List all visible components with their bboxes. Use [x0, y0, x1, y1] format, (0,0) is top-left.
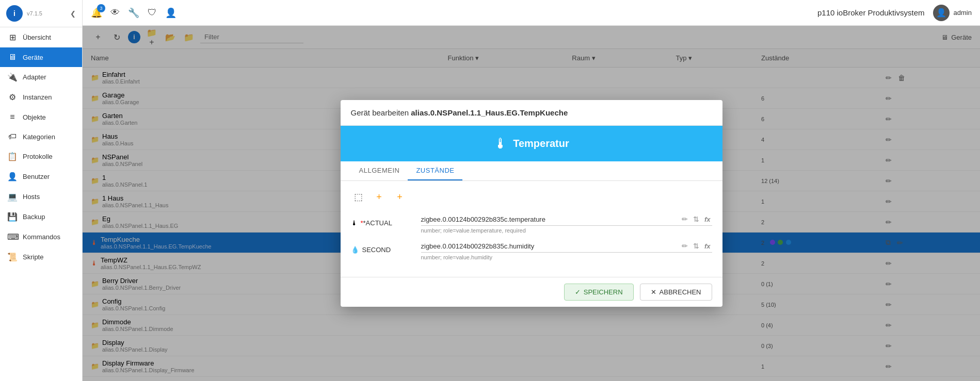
sidebar-label-benutzer: Benutzer	[23, 173, 50, 180]
backup-icon: 💾	[7, 212, 18, 222]
gear-icon: ⚙	[7, 92, 18, 102]
log-icon: 📋	[7, 152, 18, 161]
modal-body: ⬚ + + 🌡 **ACTUAL	[341, 181, 722, 277]
sidebar-logo: i	[6, 5, 23, 22]
state-row-actual: 🌡 **ACTUAL zigbee.0.00124b00292b835c.tem…	[351, 215, 712, 234]
sidebar-item-geraete[interactable]: 🖥 Geräte	[0, 47, 82, 67]
sidebar-item-kommandos[interactable]: ⌨ Kommandos	[0, 227, 82, 247]
monitor-icon: 🖥	[7, 53, 18, 62]
list-icon: ≡	[7, 112, 18, 122]
sidebar-label-objekte: Objekte	[23, 113, 46, 121]
sidebar-label-protokolle: Protokolle	[23, 153, 53, 160]
tag-icon: 🏷	[7, 132, 18, 141]
modal-category-label: Temperatur	[513, 138, 569, 150]
notification-badge: 3	[97, 4, 105, 12]
topbar: 🔔 3 👁 🔧 🛡 👤 p110 ioBroker Produktivsyste…	[83, 0, 980, 26]
sidebar-label-instanzen: Instanzen	[23, 93, 52, 101]
state-value-second: zigbee.0.00124b00292b835c.humidity	[421, 242, 678, 250]
sidebar-label-kommandos: Kommandos	[23, 233, 60, 241]
state-input-area-second: zigbee.0.00124b00292b835c.humidity ✏ ⇅ f…	[421, 242, 712, 260]
script-icon: 📜	[7, 252, 18, 262]
main-content: 🔔 3 👁 🔧 🛡 👤 p110 ioBroker Produktivsyste…	[83, 0, 980, 381]
cancel-label: ABBRECHEN	[660, 288, 701, 296]
settings-button[interactable]: 🔧	[128, 7, 139, 19]
tab-allgemein[interactable]: ALLGEMEIN	[351, 161, 408, 180]
state-row-second: 💧 SECOND zigbee.0.00124b00292b835c.humid…	[351, 242, 712, 260]
state-input-area-actual: zigbee.0.00124b00292b835c.temperature ✏ …	[421, 215, 712, 234]
notification-button[interactable]: 🔔 3	[91, 7, 102, 19]
save-label: SPEICHERN	[584, 288, 623, 296]
expand-button[interactable]: ⬚	[351, 189, 366, 205]
swap-second-button[interactable]: ⇅	[692, 242, 701, 250]
person-button[interactable]: 👤	[165, 7, 176, 19]
sidebar-item-instanzen[interactable]: ⚙ Instanzen	[0, 87, 82, 107]
x-icon: ✕	[651, 288, 656, 296]
sidebar-item-hosts[interactable]: 💻 Hosts	[0, 187, 82, 207]
add-state-button[interactable]: +	[372, 189, 387, 205]
sidebar-item-objekte[interactable]: ≡ Objekte	[0, 107, 82, 127]
modal-header-card: 🌡 Temperatur	[341, 126, 722, 161]
content-area: + ↻ i 📁+ 📂 📁 🖥 Geräte Name Funktion ▾ Ra…	[83, 26, 980, 381]
modal-toolbar: ⬚ + +	[351, 189, 712, 205]
grid-icon: ⊞	[7, 32, 18, 42]
sidebar-collapse-button[interactable]: ❮	[70, 10, 76, 18]
sidebar-label-kategorien: Kategorien	[23, 133, 55, 141]
system-title: p110 ioBroker Produktivsystem	[817, 8, 925, 17]
swap-actual-button[interactable]: ⇅	[692, 215, 701, 223]
modal-footer: ✓ SPEICHERN ✕ ABBRECHEN	[341, 277, 722, 307]
modal-dialog: Gerät bearbeiten alias.0.NSPanel.1.1_Hau…	[341, 100, 722, 307]
visibility-button[interactable]: 👁	[110, 7, 120, 18]
user-area: 👤 admin	[933, 5, 972, 21]
sidebar-label-backup: Backup	[23, 213, 45, 221]
sidebar-label-geraete: Geräte	[23, 54, 43, 61]
host-icon: 💻	[7, 192, 18, 202]
modal-title: Gerät bearbeiten alias.0.NSPanel.1.1_Hau…	[341, 100, 722, 126]
humidity-state-icon: 💧	[351, 246, 359, 254]
user-icon: 👤	[7, 172, 18, 181]
state-hint-second: number; role=value.humidity	[421, 254, 712, 260]
sidebar: i v7.1.5 ❮ ⊞ Übersicht 🖥 Geräte 🔌 Adapte…	[0, 0, 83, 381]
sidebar-item-uebersicht[interactable]: ⊞ Übersicht	[0, 27, 82, 47]
cancel-button[interactable]: ✕ ABBRECHEN	[640, 284, 712, 301]
state-label-area-second: 💧 SECOND	[351, 242, 413, 254]
thermometer-header-icon: 🌡	[493, 135, 508, 152]
state-hint-actual: number; role=value.temperature, required	[421, 227, 712, 234]
modal-overlay[interactable]: Gerät bearbeiten alias.0.NSPanel.1.1_Hau…	[83, 26, 980, 381]
sidebar-label-skripte: Skripte	[23, 253, 43, 261]
shield-button[interactable]: 🛡	[148, 7, 157, 18]
save-button[interactable]: ✓ SPEICHERN	[564, 284, 634, 301]
user-name: admin	[954, 9, 972, 16]
modal-title-prefix: Gerät bearbeiten	[351, 108, 409, 117]
check-icon: ✓	[575, 288, 581, 296]
sidebar-item-skripte[interactable]: 📜 Skripte	[0, 247, 82, 267]
state-value-actual: zigbee.0.00124b00292b835c.temperature	[421, 216, 678, 223]
sidebar-label-adapter: Adapter	[23, 73, 46, 81]
tab-zustaende[interactable]: ZUSTÄNDE	[408, 161, 462, 180]
modal-tabs: ALLGEMEIN ZUSTÄNDE	[341, 161, 722, 181]
edit-second-button[interactable]: ✏	[680, 242, 689, 250]
plug-icon: 🔌	[7, 72, 18, 82]
command-icon: ⌨	[7, 232, 18, 242]
fx-second-button[interactable]: fx	[703, 242, 712, 250]
sidebar-item-protokolle[interactable]: 📋 Protokolle	[0, 146, 82, 167]
sidebar-label-hosts: Hosts	[23, 193, 40, 201]
fx-actual-button[interactable]: fx	[703, 216, 712, 223]
state-label-actual: **ACTUAL	[361, 219, 392, 227]
sidebar-label-uebersicht: Übersicht	[23, 34, 51, 41]
sidebar-version: v7.1.5	[27, 10, 42, 16]
sidebar-header: i v7.1.5 ❮	[0, 0, 82, 27]
state-input-line-second: zigbee.0.00124b00292b835c.humidity ✏ ⇅ f…	[421, 242, 712, 253]
state-input-line-actual: zigbee.0.00124b00292b835c.temperature ✏ …	[421, 215, 712, 226]
state-label-second: SECOND	[362, 246, 391, 254]
sidebar-item-adapter[interactable]: 🔌 Adapter	[0, 67, 82, 87]
state-label-area-actual: 🌡 **ACTUAL	[351, 215, 413, 227]
edit-actual-button[interactable]: ✏	[680, 215, 689, 223]
sidebar-item-kategorien[interactable]: 🏷 Kategorien	[0, 127, 82, 146]
sidebar-item-backup[interactable]: 💾 Backup	[0, 207, 82, 227]
add-custom-button[interactable]: +	[392, 189, 408, 205]
sidebar-item-benutzer[interactable]: 👤 Benutzer	[0, 167, 82, 187]
modal-title-bold: alias.0.NSPanel.1.1_Haus.EG.TempKueche	[411, 108, 568, 117]
user-avatar: 👤	[933, 5, 950, 21]
thermometer-state-icon: 🌡	[351, 219, 358, 227]
